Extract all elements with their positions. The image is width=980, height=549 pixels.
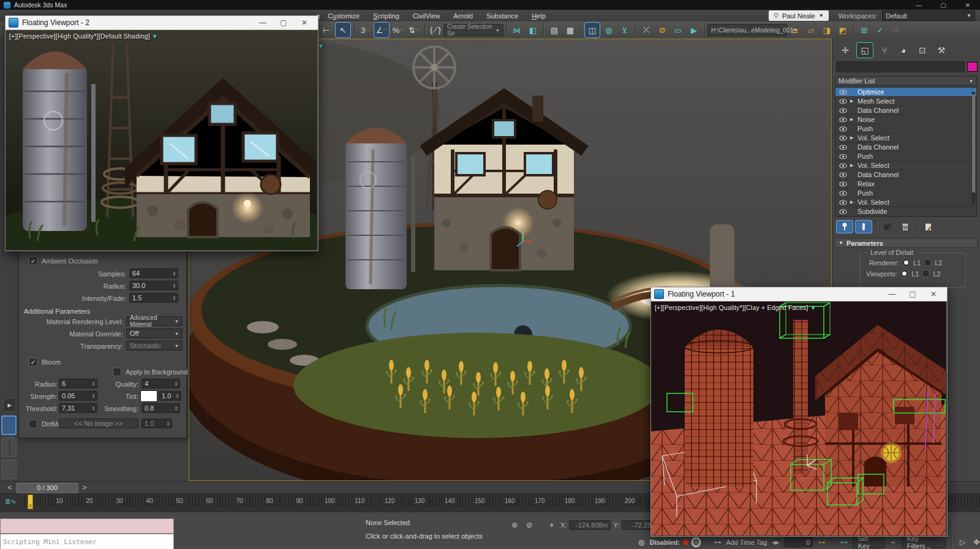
expand-layout-tabs-icon[interactable]: ▶ (3, 398, 16, 412)
spinner-icon[interactable] (173, 271, 175, 276)
maximize-icon[interactable]: ▢ (273, 16, 294, 29)
modifier-push[interactable]: Push (835, 124, 976, 134)
floating-viewport-1-titlebar[interactable]: Floating Viewport - 1 — ▢ ✕ (651, 287, 947, 301)
world-axis-icon[interactable]: ◍ (636, 537, 647, 548)
quality-input[interactable]: 4 (141, 379, 180, 388)
spinner-icon[interactable] (176, 393, 178, 399)
pin-stack-icon[interactable] (836, 220, 853, 233)
toggle-scene-explorer-icon[interactable]: ▤ (547, 23, 562, 37)
spinner-icon[interactable] (173, 295, 175, 301)
validate-check-icon[interactable]: ✓ (873, 23, 888, 37)
viewport-layout-tab-single-active[interactable] (1, 415, 17, 435)
smoothing-input[interactable]: 0.8 (141, 403, 180, 413)
object-name-field[interactable] (836, 61, 965, 72)
modifier-data-channel[interactable]: Data Channel (835, 143, 976, 152)
dirtmap-amount-input[interactable]: 1.0 (141, 418, 172, 428)
fetch-state-icon[interactable]: ◩ (835, 23, 850, 37)
auto-key-icon[interactable]: ⊶ (816, 537, 827, 548)
spinner-icon[interactable] (173, 283, 175, 289)
tab-create[interactable]: ✛ (837, 43, 853, 58)
edit-named-selection-icon[interactable]: {⟋} (428, 23, 443, 37)
visibility-eye-icon[interactable] (835, 145, 850, 150)
render-gizmos-icon[interactable]: ⤫ (639, 23, 654, 37)
radius-input[interactable]: 30.0 (129, 281, 178, 290)
menu-substance[interactable]: Substance (480, 12, 525, 20)
close-icon[interactable]: ✕ (956, 0, 980, 10)
modifier-vol-select[interactable]: ▶Vol. Select (835, 161, 976, 170)
record-button-icon[interactable] (692, 537, 701, 547)
viewport-filter-funnel-icon[interactable]: ▼ (152, 33, 158, 40)
close-icon[interactable]: ✕ (923, 287, 944, 301)
modifier-noise[interactable]: ▶Noise (835, 115, 976, 124)
visibility-eye-icon[interactable] (835, 89, 850, 95)
spinner-icon[interactable] (92, 381, 94, 387)
scripting-mini-listener[interactable]: Scripting Mini Listener (0, 534, 174, 549)
tab-hierarchy[interactable]: ⑂ (876, 43, 892, 58)
spinner-icon[interactable] (92, 393, 94, 399)
threshold-input[interactable]: 7.31 (59, 403, 97, 413)
visibility-eye-icon[interactable] (835, 181, 850, 187)
dirtmap-image-button[interactable]: << No image >> (59, 418, 138, 428)
mirror-icon[interactable]: ⋈ (510, 23, 524, 37)
modifier-mesh-select[interactable]: ▶Mesh Select (835, 97, 976, 106)
bloom-checkbox[interactable] (29, 358, 37, 366)
named-selection-set-dropdown[interactable]: Create Selection Se ▼ (443, 24, 503, 36)
parameters-rollout-header[interactable]: ▼ Parameters (834, 238, 978, 248)
spinner-icon[interactable] (167, 421, 169, 426)
select-and-link-icon[interactable]: ⊢ (319, 23, 334, 37)
ambient-occlusion-checkbox[interactable] (29, 257, 37, 265)
material-override-dropdown[interactable]: Off▼ (126, 328, 183, 338)
visibility-eye-icon[interactable] (835, 135, 850, 141)
tab-display[interactable]: ⊡ (914, 43, 930, 58)
menu-customize[interactable]: Customize (321, 12, 366, 20)
tab-modify[interactable]: ◱ (856, 42, 873, 58)
close-icon[interactable]: ✕ (294, 16, 315, 29)
save-state-icon[interactable]: ◨ (820, 23, 834, 37)
viewport-shading-label[interactable]: [+][Perspective][High Quality*][Default … (9, 32, 158, 40)
expand-arrow-icon[interactable]: ▶ (850, 200, 858, 205)
visibility-eye-icon[interactable] (835, 200, 850, 205)
modifier-vol-select[interactable]: ▶Vol. Select (835, 134, 976, 143)
expand-arrow-icon[interactable]: ▶ (850, 163, 858, 168)
sync-icon[interactable]: ↺ (889, 23, 903, 37)
current-frame-field[interactable]: 0 (784, 537, 813, 547)
visibility-eye-icon[interactable] (835, 191, 850, 196)
samples-input[interactable]: 64 (129, 268, 178, 278)
show-end-result-icon[interactable] (855, 220, 872, 233)
snaps-toggle-3d-icon[interactable]: 3◠ (358, 23, 372, 37)
x-coordinate-field[interactable]: -124.808m (569, 520, 611, 530)
visibility-eye-icon[interactable] (835, 209, 850, 214)
tint-amount-input[interactable]: 1.0 (159, 391, 181, 401)
modifier-relax[interactable]: Relax (835, 180, 976, 189)
previous-frame-icon[interactable]: < (4, 482, 16, 493)
time-slider-handle[interactable]: 0 / 300 (16, 483, 78, 493)
dirtmap-checkbox[interactable] (29, 420, 37, 428)
floating-viewport-2-titlebar[interactable]: Floating Viewport - 2 — ▢ ✕ (6, 16, 318, 30)
renderer-l1-radio[interactable] (902, 259, 910, 267)
project-folder-dropdown[interactable]: H:\Clients\au...eModeling_001 ▼ (707, 24, 787, 36)
user-account-menu[interactable]: ⚲ Paul Neale ▼ (769, 10, 829, 21)
intensity-fade-input[interactable]: 1.5 (129, 293, 178, 303)
expand-arrow-icon[interactable]: ▶ (850, 99, 858, 104)
viewport-layout-tab-single[interactable] (1, 460, 17, 479)
minimize-icon[interactable]: — (881, 287, 902, 301)
titlebar[interactable]: Autodesk 3ds Max — ▢ ✕ (0, 0, 980, 10)
modifier-optimize[interactable]: Optimize (835, 88, 976, 97)
workspace-dropdown[interactable]: Default ▼ (882, 10, 975, 21)
viewport-filter-funnel-icon[interactable]: ▼ (318, 43, 324, 50)
align-icon[interactable]: ◧ (526, 23, 540, 37)
remove-modifier-icon[interactable] (897, 221, 913, 233)
prev-next-key-icons[interactable]: ◀▶ (770, 537, 781, 548)
set-key-button[interactable]: Set Key (853, 536, 884, 548)
menu-scripting[interactable]: Scripting (366, 12, 406, 20)
renderer-l2-radio[interactable] (924, 259, 932, 267)
spinner-icon[interactable] (175, 406, 177, 411)
object-color-swatch[interactable] (967, 62, 978, 72)
state-set-record-icon[interactable]: ◘ (788, 23, 802, 37)
floating-viewport-2-canvas[interactable]: [+][Perspective][High Quality*][Default … (6, 30, 317, 250)
maxscript-mini-recorder[interactable] (0, 518, 174, 534)
minimize-icon[interactable]: — (907, 0, 931, 10)
modifier-push[interactable]: Push (835, 152, 976, 161)
viewport-layout-tab-split[interactable] (1, 437, 17, 457)
visibility-eye-icon[interactable] (835, 154, 850, 159)
